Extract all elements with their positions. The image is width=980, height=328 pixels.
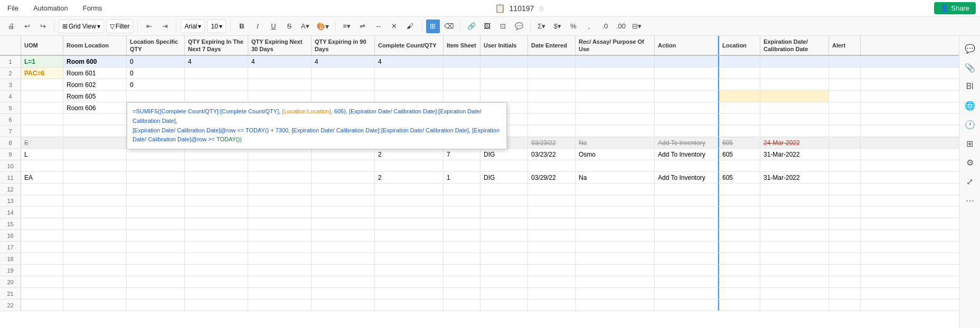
cell-rec-1[interactable] [576,56,655,67]
cell-rec-2[interactable] [576,67,655,79]
cell-qty7-1[interactable]: 4 [185,56,248,67]
dollar-button[interactable]: $▾ [551,20,564,33]
cell-user-2[interactable] [480,67,528,79]
cell-locspec-4[interactable] [127,91,185,102]
redo-button[interactable]: ↪ [36,20,50,33]
cell-complete-11[interactable]: 2 [375,172,444,183]
table-row[interactable]: 16 [0,230,980,242]
cell-location-2[interactable] [718,67,760,79]
cell-item-3[interactable] [444,79,480,90]
sheet-body[interactable]: 1 L=1 Room 600 0 4 4 4 4 2 PAC=6 [0,56,980,328]
cell-date-2[interactable] [528,67,576,79]
indent-right-button[interactable]: ⇥ [158,20,172,33]
cell-rec-5[interactable] [576,102,655,113]
table-row[interactable]: 14 [0,207,980,218]
cell-item-9[interactable]: 7 [444,149,480,160]
menu-forms[interactable]: Forms [80,3,106,13]
align-button[interactable]: ≡▾ [340,20,354,33]
image-button[interactable]: 🖼 [480,20,494,33]
table-row[interactable]: 20 [0,276,980,288]
cell-date-1[interactable] [528,56,576,67]
print-button[interactable]: 🖨 [4,20,18,33]
cell-qty7-2[interactable] [185,67,248,79]
cell-complete-4[interactable] [375,91,444,102]
fill-color-button[interactable]: 🎨▾ [314,20,331,33]
cell-locspec-2[interactable]: 0 [127,67,185,79]
cell-action-9[interactable]: Add To Inventory [655,149,718,160]
text-color-button[interactable]: A▾ [298,20,312,33]
cell-action-11[interactable]: Add To Inventory [655,172,718,183]
cell-alert-3[interactable] [829,79,861,90]
table-row[interactable]: 12 [0,184,980,195]
table-row[interactable]: 2 PAC=6 Room 601 0 [0,67,980,79]
cell-room-1[interactable]: Room 600 [63,56,127,67]
star-icon[interactable]: ☆ [538,4,545,13]
cell-expiry-5[interactable] [760,102,829,113]
menu-file[interactable]: File [4,3,22,13]
underline-button[interactable]: U [267,20,280,33]
cell-date-5[interactable] [528,102,576,113]
cell-qty90-4[interactable] [312,91,375,102]
table-row[interactable]: 15 [0,218,980,230]
cell-expiry-4[interactable] [760,91,829,102]
sidebar-grid-icon[interactable]: ⊞ [962,135,978,152]
cell-user-11[interactable]: DIG [480,172,528,183]
cell-qty7-3[interactable] [185,79,248,90]
link-button[interactable]: 🔗 [465,20,478,33]
cell-uom-3[interactable] [21,79,63,90]
strikethrough-button[interactable]: S [282,20,296,33]
decimal-more-button[interactable]: .00 [614,20,628,33]
cell-action-3[interactable] [655,79,718,90]
table-row[interactable]: 9 L 2 7 DIG 03/23/22 Osmo Add To Invento… [0,149,980,160]
cell-item-1[interactable] [444,56,480,67]
cell-room-5[interactable]: Room 606 [63,102,127,113]
menu-automation[interactable]: Automation [30,3,71,13]
cell-uom-5[interactable] [21,102,63,113]
cell-expiry-1[interactable] [760,56,829,67]
cell-expiry-9[interactable]: 31-Mar-2022 [760,149,829,160]
cell-location-1[interactable] [718,56,760,67]
cell-item-4[interactable] [444,91,480,102]
cell-qty90-3[interactable] [312,79,375,90]
cell-room-3[interactable]: Room 602 [63,79,127,90]
table-row[interactable]: 22 [0,300,980,311]
percent-button[interactable]: % [567,20,580,33]
table-row[interactable]: 3 Room 602 0 [0,79,980,91]
cell-qty90-1[interactable]: 4 [312,56,375,67]
table-row[interactable]: 1 L=1 Room 600 0 4 4 4 4 [0,56,980,67]
table-style-button[interactable]: ⊞ [426,20,440,33]
table-row[interactable]: 4 Room 605 =SUMIFS([Complete Count/QT [0,91,980,102]
table-row[interactable]: 17 [0,242,980,253]
sidebar-activity-icon[interactable]: Bl [962,78,978,95]
cell-action-1[interactable] [655,56,718,67]
table-row[interactable]: 11 EA 2 1 DIG 03/29/22 Na Add To Invento… [0,172,980,184]
cell-location-8[interactable]: 605 [718,137,760,148]
table-row[interactable]: 10 [0,160,980,172]
cell-action-2[interactable] [655,67,718,79]
share-button[interactable]: 👤 Share [934,2,976,14]
table-row[interactable]: 21 [0,288,980,300]
cell-location-11[interactable]: 605 [718,172,760,183]
cell-date-11[interactable]: 03/29/22 [528,172,576,183]
cell-uom-4[interactable] [21,91,63,102]
cell-date-9[interactable]: 03/23/22 [528,149,576,160]
cell-uom-11[interactable]: EA [21,172,63,183]
cell-date-8[interactable]: 03/23/22 [528,137,576,148]
cell-complete-2[interactable] [375,67,444,79]
cell-location-5[interactable] [718,102,760,113]
cell-uom-9[interactable]: L [21,149,63,160]
cell-qty90-2[interactable] [312,67,375,79]
undo-button[interactable]: ↩ [20,20,34,33]
cell-complete-1[interactable]: 4 [375,56,444,67]
merge-button[interactable]: ⊡ [496,20,510,33]
cell-alert-4[interactable] [829,91,861,102]
cell-uom-8[interactable]: E [21,137,63,148]
cell-rec-11[interactable]: Na [576,172,655,183]
cell-rec-3[interactable] [576,79,655,90]
filter-dropdown[interactable]: ▽ Filter [106,20,134,33]
cell-alert-1[interactable] [829,56,861,67]
font-dropdown[interactable]: Arial ▾ [181,20,205,33]
cell-action-8[interactable]: Add To Inventory [655,137,718,148]
cell-expiry-3[interactable] [760,79,829,90]
cell-location-3[interactable] [718,79,760,90]
